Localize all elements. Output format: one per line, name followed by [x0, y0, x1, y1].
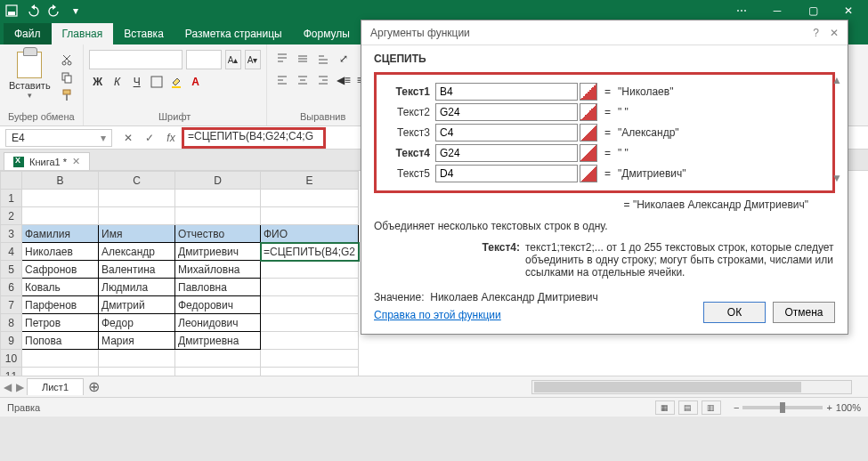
function-help-link[interactable]: Справка по этой функции	[374, 309, 501, 321]
add-sheet-icon[interactable]: ⊕	[84, 378, 103, 396]
page-break-view-icon[interactable]: ▥	[702, 400, 721, 415]
align-right-icon[interactable]	[313, 71, 333, 89]
decrease-indent-icon[interactable]: ◀≡	[334, 71, 353, 89]
cell[interactable]: Людмила	[99, 279, 175, 296]
row-header[interactable]: 5	[1, 261, 22, 279]
cell[interactable]	[175, 190, 261, 207]
row-header[interactable]: 2	[1, 207, 22, 225]
row-header[interactable]: 10	[1, 350, 22, 368]
zoom-out-icon[interactable]: −	[734, 402, 739, 413]
horizontal-scrollbar[interactable]	[531, 380, 852, 394]
zoom-slider[interactable]	[742, 406, 823, 409]
cell[interactable]: Петров	[22, 314, 99, 332]
arg-input[interactable]	[435, 124, 578, 142]
arg-input[interactable]	[435, 165, 578, 182]
col-header-B[interactable]: B	[22, 172, 99, 190]
dialog-help-icon[interactable]: ?	[813, 27, 819, 39]
sheet-tab[interactable]: Лист1	[27, 378, 84, 395]
align-top-icon[interactable]	[272, 50, 292, 68]
zoom-in-icon[interactable]: +	[826, 402, 831, 413]
cell[interactable]	[261, 332, 359, 350]
cell[interactable]	[99, 207, 175, 225]
col-header-C[interactable]: C	[99, 172, 175, 190]
insert-function-icon[interactable]: fx	[160, 128, 182, 148]
row-header[interactable]: 4	[1, 243, 22, 261]
cell[interactable]	[22, 207, 99, 225]
cell[interactable]	[22, 350, 99, 368]
arg-input[interactable]	[435, 103, 578, 121]
sheet-nav-prev-icon[interactable]: ◀	[2, 380, 12, 394]
close-workbook-icon[interactable]: ✕	[72, 156, 80, 167]
increase-font-icon[interactable]: A▴	[225, 50, 241, 69]
cell[interactable]	[261, 350, 359, 368]
fill-color-icon[interactable]	[167, 73, 185, 91]
cell[interactable]	[261, 279, 359, 296]
cancel-button[interactable]: Отмена	[773, 302, 835, 323]
font-size-input[interactable]	[186, 50, 222, 69]
cell[interactable]: Мария	[99, 332, 175, 350]
align-bottom-icon[interactable]	[313, 50, 333, 68]
sheet-nav-next-icon[interactable]: ▶	[14, 380, 25, 394]
align-middle-icon[interactable]	[293, 50, 312, 68]
cell[interactable]: Сафронов	[22, 261, 99, 279]
minimize-icon[interactable]: ─	[759, 0, 795, 21]
cell[interactable]	[99, 190, 175, 207]
col-header-D[interactable]: D	[175, 172, 261, 190]
align-left-icon[interactable]	[272, 71, 292, 89]
cancel-formula-icon[interactable]: ✕	[118, 128, 139, 148]
tab-formulas[interactable]: Формулы	[293, 23, 361, 44]
row-header[interactable]: 11	[1, 368, 22, 376]
dialog-titlebar[interactable]: Аргументы функции ? ✕	[361, 20, 848, 45]
align-center-icon[interactable]	[293, 71, 312, 89]
tab-home[interactable]: Главная	[52, 23, 114, 44]
underline-button[interactable]: Ч	[128, 73, 146, 91]
maximize-icon[interactable]: ▢	[795, 0, 831, 21]
cell[interactable]: Валентина	[99, 261, 175, 279]
cell[interactable]: Отчество	[175, 225, 261, 243]
cell[interactable]	[99, 350, 175, 368]
arg-input[interactable]	[435, 144, 578, 162]
range-selector-icon[interactable]	[580, 124, 597, 142]
cell[interactable]: Николаев	[22, 243, 99, 261]
range-selector-icon[interactable]	[580, 83, 597, 101]
cell[interactable]: Дмитриевич	[175, 243, 261, 261]
font-color-icon[interactable]: A	[187, 73, 205, 91]
italic-button[interactable]: К	[109, 73, 126, 91]
zoom-level[interactable]: 100%	[836, 402, 861, 413]
select-all-corner[interactable]	[1, 172, 22, 190]
row-header[interactable]: 8	[1, 314, 22, 332]
cell[interactable]	[261, 296, 359, 314]
arg-input[interactable]	[435, 83, 578, 101]
cell[interactable]	[261, 314, 359, 332]
ribbon-options-icon[interactable]: ⋯	[724, 0, 759, 21]
row-header[interactable]: 6	[1, 279, 22, 296]
row-header[interactable]: 3	[1, 225, 22, 243]
tab-file[interactable]: Файл	[4, 23, 52, 44]
format-painter-icon[interactable]	[58, 87, 76, 103]
ok-button[interactable]: ОК	[703, 302, 766, 323]
cell[interactable]: Имя	[99, 225, 175, 243]
page-layout-view-icon[interactable]: ▤	[678, 400, 698, 415]
cell[interactable]: =СЦЕПИТЬ(B4;G2	[261, 243, 359, 261]
cell[interactable]: Александр	[99, 243, 175, 261]
row-header[interactable]: 9	[1, 332, 22, 350]
cell[interactable]: Фамилия	[22, 225, 99, 243]
name-box[interactable]: E4▾	[5, 129, 112, 147]
cell[interactable]: Парфенов	[22, 296, 99, 314]
cell[interactable]: Леонидович	[175, 314, 261, 332]
normal-view-icon[interactable]: ▦	[655, 400, 675, 415]
cell[interactable]: Дмитрий	[99, 296, 175, 314]
args-scrollbar[interactable]: ▲▼	[830, 74, 844, 184]
decrease-font-icon[interactable]: A▾	[245, 50, 261, 69]
range-selector-icon[interactable]	[580, 144, 597, 162]
cell[interactable]	[22, 368, 99, 376]
cell[interactable]	[261, 261, 359, 279]
cell[interactable]	[22, 190, 99, 207]
cell[interactable]: Коваль	[22, 279, 99, 296]
qat-dropdown-icon[interactable]: ▾	[66, 2, 85, 20]
tab-insert[interactable]: Вставка	[113, 23, 174, 44]
cell[interactable]: Дмитриевна	[175, 332, 261, 350]
redo-icon[interactable]	[45, 2, 64, 20]
row-header[interactable]: 7	[1, 296, 22, 314]
cell[interactable]: Попова	[22, 332, 99, 350]
